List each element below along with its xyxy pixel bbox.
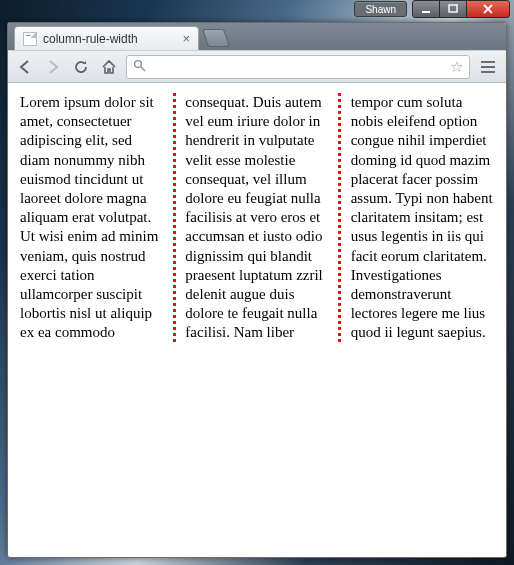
back-button[interactable] <box>14 56 36 78</box>
new-tab-button[interactable] <box>202 29 230 47</box>
multicolumn-text: Lorem ipsum dolor sit amet, consectetuer… <box>20 93 494 342</box>
minimize-button[interactable] <box>412 0 440 18</box>
reload-button[interactable] <box>70 56 92 78</box>
home-button[interactable] <box>98 56 120 78</box>
svg-point-2 <box>135 60 142 67</box>
close-button[interactable] <box>466 0 510 18</box>
search-icon <box>133 59 146 75</box>
tab-title: column-rule-width <box>43 32 176 46</box>
url-input[interactable] <box>152 58 444 75</box>
browser-toolbar: ☆ <box>8 50 506 83</box>
tab-strip: column-rule-width × <box>8 23 506 50</box>
svg-rect-1 <box>449 5 457 12</box>
bookmark-star-icon[interactable]: ☆ <box>450 58 463 76</box>
maximize-button[interactable] <box>439 0 467 18</box>
user-account-pill[interactable]: Shawn <box>354 1 407 17</box>
os-titlebar: Shawn <box>0 0 514 22</box>
svg-rect-0 <box>422 11 430 13</box>
page-favicon-icon <box>23 32 37 46</box>
forward-button[interactable] <box>42 56 64 78</box>
address-bar[interactable]: ☆ <box>126 55 470 79</box>
page-viewport: Lorem ipsum dolor sit amet, consectetuer… <box>8 83 506 557</box>
browser-tab[interactable]: column-rule-width × <box>14 26 199 50</box>
chrome-menu-button[interactable] <box>476 56 500 78</box>
svg-line-3 <box>141 67 145 71</box>
tab-close-icon[interactable]: × <box>182 32 190 45</box>
browser-window: column-rule-width × ☆ Lorem <box>7 22 507 558</box>
body-text: Lorem ipsum dolor sit amet, consectetuer… <box>20 94 493 340</box>
